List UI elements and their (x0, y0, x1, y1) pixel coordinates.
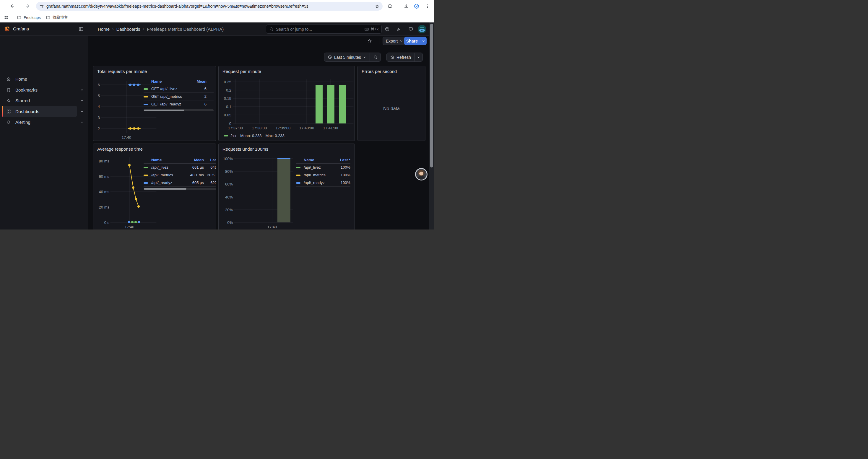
panel-title[interactable]: Request per minute (222, 69, 261, 74)
zoom-out-button[interactable] (370, 53, 380, 61)
bookmark-label: 收藏博客 (53, 15, 68, 20)
legend-value: 100% (334, 181, 350, 185)
sidebar-item-starred[interactable]: Starred (2, 95, 77, 106)
grafana-logo-icon[interactable] (4, 26, 10, 32)
forward-icon[interactable] (23, 2, 32, 10)
axis-tick-label: 40% (225, 195, 233, 199)
refresh-button[interactable]: Refresh (387, 53, 414, 61)
legend-swatch (296, 167, 301, 168)
legend-2xx[interactable]: 2xx Mean: 0.233 Max: 0.233 (224, 133, 284, 138)
monitor-icon[interactable] (408, 27, 413, 32)
legend-value (296, 181, 304, 185)
refresh-interval-button[interactable] (414, 53, 423, 61)
bookmark-label: Freeleaps (24, 15, 41, 20)
assistant-avatar-widget[interactable] (415, 168, 428, 181)
back-icon[interactable] (8, 2, 17, 10)
legend-swatch (144, 174, 148, 176)
sidebar-item-dashboards[interactable]: Dashboards (2, 106, 77, 117)
legend-header: Last * (334, 158, 350, 162)
toolbar-divider (380, 38, 380, 44)
folder-icon (46, 15, 51, 20)
legend-value: 6 (191, 87, 207, 91)
axis-tick-label: 0.1 (226, 104, 231, 109)
profile-icon[interactable] (412, 2, 421, 10)
axis-tick-label: 17:37:00 (228, 126, 243, 130)
rss-icon[interactable] (397, 27, 402, 32)
legend-value: 605 µs (186, 181, 204, 185)
breadcrumb-dashboards[interactable]: Dashboards (116, 27, 140, 32)
chevron-down-icon[interactable] (80, 88, 84, 92)
extensions-icon[interactable] (386, 2, 394, 10)
favorite-star-icon[interactable] (367, 38, 372, 43)
legend-series-name[interactable]: GET /api/_readyz (151, 102, 191, 106)
legend-swatch (144, 167, 148, 168)
breadcrumb-home[interactable]: Home (98, 27, 110, 32)
export-button[interactable]: Export (382, 37, 406, 45)
sidebar-toggle-icon[interactable] (79, 27, 84, 32)
axis-tick-label: 0 s (104, 220, 109, 225)
legend-value: 646 (204, 165, 216, 169)
downloads-icon[interactable] (402, 2, 410, 10)
axis-tick-label: 60 ms (99, 174, 109, 179)
chevron-down-icon[interactable] (80, 109, 84, 113)
panel-title[interactable]: Total requests per minute (97, 69, 147, 74)
chevron-down-icon[interactable] (80, 120, 84, 124)
browser-menu-icon[interactable] (423, 2, 432, 10)
star-icon (6, 98, 11, 103)
legend-header: Mean (191, 79, 207, 84)
time-range-button[interactable]: Last 5 minutes (324, 53, 370, 61)
legend-scrollbar[interactable] (144, 109, 214, 111)
axis-tick-label: 17:40 (122, 135, 131, 140)
axis-tick-label: 2 (98, 126, 100, 131)
legend-header: Name (151, 79, 191, 84)
legend-series-name[interactable]: /api/_livez (304, 165, 334, 169)
grafana-brand[interactable]: Grafana (13, 26, 29, 31)
legend-value (144, 173, 151, 177)
bookmarks-divider (13, 15, 13, 20)
panel-title[interactable]: Requests under 100ms (222, 146, 268, 152)
help-icon[interactable] (385, 27, 390, 32)
panel-title[interactable]: Errors per second (362, 69, 397, 74)
url-bar[interactable]: grafana.mathmast.com/d/deytv4rwavabkb/fr… (36, 2, 382, 11)
legend-swatch (144, 104, 148, 105)
sidebar-item-bookmarks[interactable]: Bookmarks (2, 85, 77, 95)
legend-series-name[interactable]: /api/_livez (151, 165, 186, 169)
apps-grid-icon[interactable] (4, 15, 8, 20)
axis-tick-label: 40 ms (99, 190, 109, 194)
search-icon (269, 27, 274, 31)
legend-mean: Mean: 0.233 (240, 133, 261, 138)
legend-series-name[interactable]: /api/_readyz (151, 181, 186, 185)
legend-series-name[interactable]: /api/_metrics (304, 173, 334, 177)
share-menu-button[interactable] (420, 37, 427, 45)
legend-scrollbar[interactable] (144, 188, 216, 190)
panel-average-response-time: Average response time 80 ms60 ms40 ms20 … (93, 143, 216, 230)
sidebar-item-home[interactable]: Home (2, 73, 77, 84)
bookmark-folder-blogs[interactable]: 收藏博客 (46, 12, 68, 23)
legend-value (296, 173, 304, 177)
panel-request-per-minute: Request per minute 0.250.20.150.10.05017… (218, 66, 355, 141)
url-input[interactable]: grafana.mathmast.com/d/deytv4rwavabkb/fr… (46, 4, 375, 8)
legend-series-name[interactable]: /api/_metrics (151, 173, 186, 177)
page-scrollbar[interactable] (429, 23, 434, 230)
panel-title[interactable]: Average response time (97, 146, 143, 152)
axis-tick-label: 60% (225, 182, 233, 186)
chevron-down-icon[interactable] (80, 99, 84, 102)
scrollbar-thumb[interactable] (430, 24, 433, 167)
share-button[interactable]: Share (404, 37, 420, 45)
site-settings-icon[interactable] (39, 4, 44, 8)
header-divider (88, 23, 88, 35)
search-input[interactable]: Search or jump to... ⌘+k (266, 25, 382, 34)
bookmark-folder-freeleaps[interactable]: Freeleaps (17, 12, 41, 23)
legend-swatch (296, 182, 301, 184)
legend-series-name[interactable]: /api/_readyz (304, 181, 334, 185)
sidebar-item-alerting[interactable]: Alerting (2, 117, 77, 127)
screen: grafana.mathmast.com/d/deytv4rwavabkb/fr… (0, 0, 434, 230)
legend-value (144, 102, 151, 106)
breadcrumb-separator: › (143, 27, 145, 31)
legend-series-name[interactable]: GET /api/_metrics (151, 94, 191, 99)
bookmark-star-icon[interactable] (375, 4, 380, 9)
search-placeholder: Search or jump to... (276, 27, 364, 32)
axis-tick-label: 17:40 (125, 225, 134, 229)
legend-series-name[interactable]: GET /api/_livez (151, 87, 191, 91)
user-avatar[interactable] (418, 25, 426, 33)
